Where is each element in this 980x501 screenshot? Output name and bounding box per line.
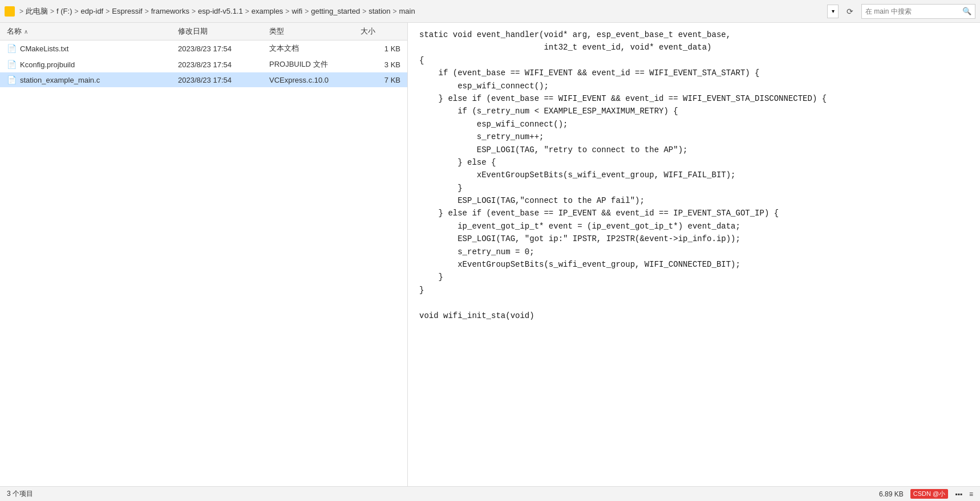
file-table-header: 名称 ∧ 修改日期 类型 大小 bbox=[0, 23, 407, 40]
file-name: Kconfig.projbuild bbox=[20, 60, 75, 69]
breadcrumb-item-10[interactable]: main bbox=[399, 7, 415, 15]
search-icon[interactable]: 🔍 bbox=[962, 7, 971, 15]
file-icon: 📄 bbox=[7, 44, 17, 53]
main-area: 名称 ∧ 修改日期 类型 大小 📄 CMakeLists.txt 2023/8/… bbox=[0, 23, 980, 486]
file-icon: 📄 bbox=[7, 75, 17, 84]
file-row[interactable]: 📄 station_example_main.c 2023/8/23 17:54… bbox=[0, 72, 407, 87]
status-bar: 3 个项目 6.89 KB CSDN @小 ▪▪▪ ≡ bbox=[0, 486, 980, 501]
breadcrumb-bar: > 此电脑 > f (F:) > edp-idf > Espressif > f… bbox=[0, 0, 980, 23]
breadcrumb-item-7[interactable]: wifi bbox=[291, 7, 302, 15]
file-type: PROJBUILD 文件 bbox=[269, 59, 361, 70]
sort-arrow-icon: ∧ bbox=[24, 28, 28, 35]
breadcrumb-item-0[interactable]: 此电脑 bbox=[26, 6, 48, 17]
breadcrumb-item-5[interactable]: esp-idf-v5.1.1 bbox=[198, 7, 243, 15]
breadcrumb-item-1[interactable]: f (F:) bbox=[56, 7, 72, 15]
file-row[interactable]: 📄 Kconfig.projbuild 2023/8/23 17:54 PROJ… bbox=[0, 56, 407, 72]
breadcrumb-refresh-button[interactable]: ⟳ bbox=[843, 5, 857, 18]
file-date: 2023/8/23 17:54 bbox=[178, 76, 269, 84]
search-input[interactable] bbox=[865, 7, 962, 15]
file-size: 1 KB bbox=[361, 44, 400, 53]
file-type: VCExpress.c.10.0 bbox=[269, 76, 361, 84]
file-name-cell: 📄 Kconfig.projbuild bbox=[7, 60, 178, 69]
breadcrumb-right: ▾ ⟳ 🔍 bbox=[827, 4, 975, 19]
file-name-cell: 📄 station_example_main.c bbox=[7, 75, 178, 84]
col-header-name[interactable]: 名称 ∧ bbox=[7, 26, 178, 36]
file-icon: 📄 bbox=[7, 60, 17, 69]
status-size: 6.89 KB bbox=[879, 490, 904, 498]
file-list: 📄 CMakeLists.txt 2023/8/23 17:54 文本文档 1 … bbox=[0, 40, 407, 486]
file-panel: 名称 ∧ 修改日期 类型 大小 📄 CMakeLists.txt 2023/8/… bbox=[0, 23, 408, 486]
file-size: 7 KB bbox=[361, 76, 400, 84]
file-row[interactable]: 📄 CMakeLists.txt 2023/8/23 17:54 文本文档 1 … bbox=[0, 40, 407, 56]
search-box: 🔍 bbox=[861, 4, 975, 19]
breadcrumb-item-2[interactable]: edp-idf bbox=[80, 7, 103, 15]
breadcrumb-item-3[interactable]: Espressif bbox=[112, 7, 142, 15]
breadcrumb-item-8[interactable]: getting_started bbox=[311, 7, 360, 15]
breadcrumb-dropdown-button[interactable]: ▾ bbox=[827, 5, 839, 18]
code-panel[interactable]: static void event_handler(void* arg, esp… bbox=[408, 23, 980, 486]
file-name: CMakeLists.txt bbox=[20, 44, 68, 53]
file-date: 2023/8/23 17:54 bbox=[178, 60, 269, 69]
file-name-cell: 📄 CMakeLists.txt bbox=[7, 44, 178, 53]
col-header-size[interactable]: 大小 bbox=[361, 26, 400, 36]
file-date: 2023/8/23 17:54 bbox=[178, 44, 269, 53]
folder-icon bbox=[5, 6, 15, 17]
col-header-type[interactable]: 类型 bbox=[269, 26, 361, 36]
file-name: station_example_main.c bbox=[20, 76, 100, 84]
breadcrumb-item-4[interactable]: frameworks bbox=[151, 7, 189, 15]
col-header-date[interactable]: 修改日期 bbox=[178, 26, 269, 36]
file-size: 3 KB bbox=[361, 60, 400, 69]
csdn-badge: CSDN @小 bbox=[910, 489, 948, 499]
breadcrumb-item-9[interactable]: station bbox=[368, 7, 390, 15]
view-icon-grid[interactable]: ▪▪▪ bbox=[955, 490, 962, 498]
breadcrumb-item-6[interactable]: examples bbox=[252, 7, 284, 15]
code-content: static void event_handler(void* arg, esp… bbox=[419, 28, 969, 322]
view-icon-list[interactable]: ≡ bbox=[969, 490, 973, 498]
status-item-count: 3 个项目 bbox=[7, 489, 33, 499]
status-right: 6.89 KB CSDN @小 ▪▪▪ ≡ bbox=[879, 489, 973, 499]
file-type: 文本文档 bbox=[269, 43, 361, 54]
